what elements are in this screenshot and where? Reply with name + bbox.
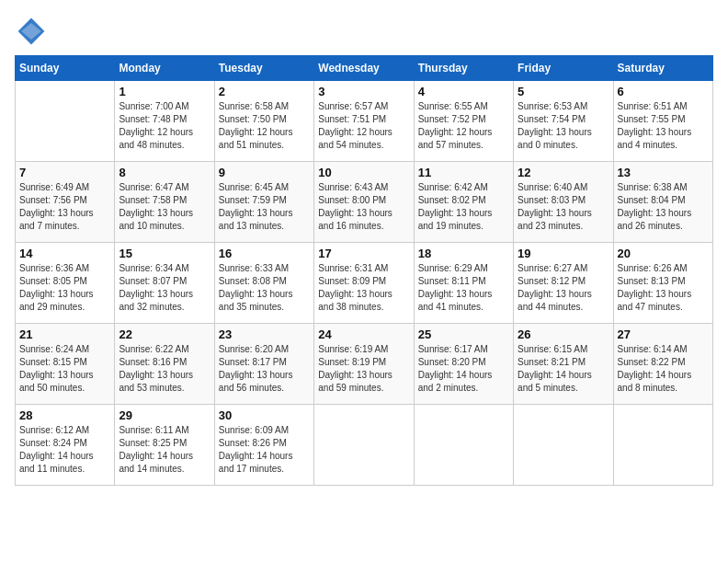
day-info: Sunrise: 6:11 AMSunset: 8:25 PMDaylight:… xyxy=(119,424,210,476)
day-info: Sunrise: 6:20 AMSunset: 8:17 PMDaylight:… xyxy=(219,343,310,395)
day-number: 16 xyxy=(219,247,310,260)
day-info: Sunrise: 6:33 AMSunset: 8:08 PMDaylight:… xyxy=(219,262,310,314)
day-info: Sunrise: 6:34 AMSunset: 8:07 PMDaylight:… xyxy=(119,262,210,314)
weekday-header-wednesday: Wednesday xyxy=(314,56,414,81)
day-info: Sunrise: 6:47 AMSunset: 7:58 PMDaylight:… xyxy=(119,181,210,233)
calendar-cell: 2 Sunrise: 6:58 AMSunset: 7:50 PMDayligh… xyxy=(214,81,313,162)
day-info: Sunrise: 6:43 AMSunset: 8:00 PMDaylight:… xyxy=(318,181,409,233)
day-info: Sunrise: 6:36 AMSunset: 8:05 PMDaylight:… xyxy=(19,262,110,314)
day-number: 22 xyxy=(119,327,210,341)
day-number: 30 xyxy=(219,408,310,422)
day-number: 12 xyxy=(518,166,609,179)
calendar-cell: 25 Sunrise: 6:17 AMSunset: 8:20 PMDaylig… xyxy=(414,324,513,405)
day-info: Sunrise: 6:31 AMSunset: 8:09 PMDaylight:… xyxy=(318,262,409,314)
day-number: 4 xyxy=(418,85,509,98)
day-number: 2 xyxy=(219,85,310,98)
page-header xyxy=(15,15,713,48)
weekday-header-thursday: Thursday xyxy=(414,56,513,81)
day-number: 26 xyxy=(518,327,609,341)
day-info: Sunrise: 6:40 AMSunset: 8:03 PMDaylight:… xyxy=(518,181,609,233)
calendar-cell: 30 Sunrise: 6:09 AMSunset: 8:26 PMDaylig… xyxy=(214,405,313,486)
day-number: 21 xyxy=(19,327,110,341)
calendar-cell: 19 Sunrise: 6:27 AMSunset: 8:12 PMDaylig… xyxy=(514,243,613,324)
calendar-cell: 14 Sunrise: 6:36 AMSunset: 8:05 PMDaylig… xyxy=(16,243,115,324)
day-number: 23 xyxy=(219,327,310,341)
day-number: 9 xyxy=(219,166,310,179)
day-number: 17 xyxy=(318,247,409,260)
day-info: Sunrise: 6:12 AMSunset: 8:24 PMDaylight:… xyxy=(19,424,110,476)
calendar-table: SundayMondayTuesdayWednesdayThursdayFrid… xyxy=(15,55,713,486)
day-number: 15 xyxy=(119,247,210,260)
day-info: Sunrise: 6:27 AMSunset: 8:12 PMDaylight:… xyxy=(518,262,609,314)
calendar-cell: 15 Sunrise: 6:34 AMSunset: 8:07 PMDaylig… xyxy=(115,243,214,324)
day-number: 19 xyxy=(518,247,609,260)
weekday-header-saturday: Saturday xyxy=(613,56,712,81)
calendar-cell: 6 Sunrise: 6:51 AMSunset: 7:55 PMDayligh… xyxy=(613,81,712,162)
day-info: Sunrise: 6:42 AMSunset: 8:02 PMDaylight:… xyxy=(418,181,509,233)
calendar-cell xyxy=(414,405,513,486)
calendar-cell: 5 Sunrise: 6:53 AMSunset: 7:54 PMDayligh… xyxy=(514,81,613,162)
day-info: Sunrise: 6:53 AMSunset: 7:54 PMDaylight:… xyxy=(518,100,609,152)
day-number: 14 xyxy=(19,247,110,260)
day-number: 5 xyxy=(518,85,609,98)
day-info: Sunrise: 6:49 AMSunset: 7:56 PMDaylight:… xyxy=(19,181,110,233)
day-number: 1 xyxy=(119,85,210,98)
calendar-cell: 4 Sunrise: 6:55 AMSunset: 7:52 PMDayligh… xyxy=(414,81,513,162)
weekday-header-friday: Friday xyxy=(514,56,613,81)
day-number: 27 xyxy=(618,327,709,341)
weekday-header-tuesday: Tuesday xyxy=(214,56,313,81)
day-info: Sunrise: 6:24 AMSunset: 8:15 PMDaylight:… xyxy=(19,343,110,395)
day-info: Sunrise: 6:45 AMSunset: 7:59 PMDaylight:… xyxy=(219,181,310,233)
calendar-cell: 9 Sunrise: 6:45 AMSunset: 7:59 PMDayligh… xyxy=(214,162,313,243)
calendar-cell: 3 Sunrise: 6:57 AMSunset: 7:51 PMDayligh… xyxy=(314,81,414,162)
day-info: Sunrise: 6:22 AMSunset: 8:16 PMDaylight:… xyxy=(119,343,210,395)
calendar-cell: 12 Sunrise: 6:40 AMSunset: 8:03 PMDaylig… xyxy=(514,162,613,243)
day-number: 6 xyxy=(618,85,709,98)
calendar-cell: 16 Sunrise: 6:33 AMSunset: 8:08 PMDaylig… xyxy=(214,243,313,324)
day-number: 20 xyxy=(618,247,709,260)
calendar-cell xyxy=(613,405,712,486)
calendar-cell: 11 Sunrise: 6:42 AMSunset: 8:02 PMDaylig… xyxy=(414,162,513,243)
weekday-header-sunday: Sunday xyxy=(16,56,115,81)
day-info: Sunrise: 6:09 AMSunset: 8:26 PMDaylight:… xyxy=(219,424,310,476)
day-info: Sunrise: 6:51 AMSunset: 7:55 PMDaylight:… xyxy=(618,100,709,152)
day-number: 24 xyxy=(318,327,409,341)
calendar-cell: 13 Sunrise: 6:38 AMSunset: 8:04 PMDaylig… xyxy=(613,162,712,243)
day-info: Sunrise: 6:55 AMSunset: 7:52 PMDaylight:… xyxy=(418,100,509,152)
calendar-cell: 18 Sunrise: 6:29 AMSunset: 8:11 PMDaylig… xyxy=(414,243,513,324)
day-number: 7 xyxy=(19,166,110,179)
calendar-cell: 28 Sunrise: 6:12 AMSunset: 8:24 PMDaylig… xyxy=(16,405,115,486)
calendar-cell: 21 Sunrise: 6:24 AMSunset: 8:15 PMDaylig… xyxy=(16,324,115,405)
calendar-cell: 22 Sunrise: 6:22 AMSunset: 8:16 PMDaylig… xyxy=(115,324,214,405)
logo xyxy=(15,15,51,48)
day-info: Sunrise: 6:29 AMSunset: 8:11 PMDaylight:… xyxy=(418,262,509,314)
calendar-cell xyxy=(16,81,115,162)
calendar-cell: 1 Sunrise: 7:00 AMSunset: 7:48 PMDayligh… xyxy=(115,81,214,162)
day-info: Sunrise: 7:00 AMSunset: 7:48 PMDaylight:… xyxy=(119,100,210,152)
calendar-cell: 8 Sunrise: 6:47 AMSunset: 7:58 PMDayligh… xyxy=(115,162,214,243)
calendar-cell: 7 Sunrise: 6:49 AMSunset: 7:56 PMDayligh… xyxy=(16,162,115,243)
day-number: 29 xyxy=(119,408,210,422)
calendar-cell: 26 Sunrise: 6:15 AMSunset: 8:21 PMDaylig… xyxy=(514,324,613,405)
day-info: Sunrise: 6:38 AMSunset: 8:04 PMDaylight:… xyxy=(618,181,709,233)
day-number: 3 xyxy=(318,85,409,98)
calendar-cell: 23 Sunrise: 6:20 AMSunset: 8:17 PMDaylig… xyxy=(214,324,313,405)
day-number: 18 xyxy=(418,247,509,260)
day-info: Sunrise: 6:26 AMSunset: 8:13 PMDaylight:… xyxy=(618,262,709,314)
calendar-cell: 29 Sunrise: 6:11 AMSunset: 8:25 PMDaylig… xyxy=(115,405,214,486)
day-info: Sunrise: 6:58 AMSunset: 7:50 PMDaylight:… xyxy=(219,100,310,152)
day-number: 10 xyxy=(318,166,409,179)
day-number: 25 xyxy=(418,327,509,341)
day-number: 8 xyxy=(119,166,210,179)
day-info: Sunrise: 6:57 AMSunset: 7:51 PMDaylight:… xyxy=(318,100,409,152)
day-number: 28 xyxy=(19,408,110,422)
calendar-cell: 10 Sunrise: 6:43 AMSunset: 8:00 PMDaylig… xyxy=(314,162,414,243)
day-number: 13 xyxy=(618,166,709,179)
calendar-cell: 17 Sunrise: 6:31 AMSunset: 8:09 PMDaylig… xyxy=(314,243,414,324)
calendar-cell: 24 Sunrise: 6:19 AMSunset: 8:19 PMDaylig… xyxy=(314,324,414,405)
calendar-cell: 27 Sunrise: 6:14 AMSunset: 8:22 PMDaylig… xyxy=(613,324,712,405)
weekday-header-monday: Monday xyxy=(115,56,214,81)
calendar-cell: 20 Sunrise: 6:26 AMSunset: 8:13 PMDaylig… xyxy=(613,243,712,324)
day-number: 11 xyxy=(418,166,509,179)
calendar-cell xyxy=(314,405,414,486)
